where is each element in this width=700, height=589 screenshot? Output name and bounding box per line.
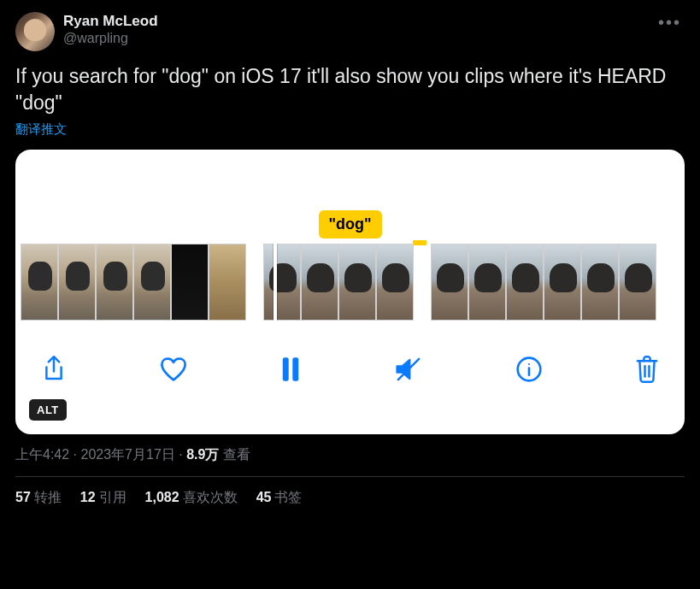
translate-link[interactable]: 翻译推文: [15, 121, 67, 138]
info-button[interactable]: [515, 356, 543, 383]
clip-thumbnail: [263, 244, 301, 321]
svg-point-4: [528, 363, 530, 365]
alt-badge[interactable]: ALT: [29, 399, 67, 421]
quotes-stat[interactable]: 12引用: [80, 489, 126, 507]
clip-thumbnail: [619, 244, 656, 321]
more-options-button[interactable]: •••: [655, 12, 685, 32]
playhead-tick: [413, 240, 426, 245]
media-attachment[interactable]: "dog": [15, 150, 685, 434]
clip-group-1: [21, 244, 246, 321]
views-count: 8.9万: [186, 447, 219, 462]
clip-thumbnail: [58, 244, 96, 321]
tweet-time[interactable]: 上午4:42: [15, 447, 69, 462]
playhead-indicator[interactable]: [274, 244, 277, 321]
delete-button[interactable]: [635, 356, 659, 383]
views-label: 查看: [223, 447, 250, 462]
share-button[interactable]: [41, 356, 67, 383]
pause-button[interactable]: [280, 356, 301, 382]
tweet-meta: 上午4:42 · 2023年7月17日 · 8.9万 查看: [15, 446, 685, 464]
clip-thumbnail: [431, 244, 468, 321]
mute-button[interactable]: [394, 356, 423, 382]
like-button[interactable]: [159, 356, 188, 382]
bookmarks-stat[interactable]: 45书签: [256, 489, 303, 507]
clip-thumbnail: [133, 244, 171, 321]
clip-thumbnail: [468, 244, 506, 321]
avatar[interactable]: [15, 12, 55, 51]
author-name: Ryan McLeod: [63, 12, 158, 30]
clip-group-2: [263, 244, 414, 321]
search-keyword-badge: "dog": [318, 210, 381, 239]
svg-rect-1: [293, 357, 299, 381]
volume-mute-icon: [394, 356, 423, 382]
heart-icon: [159, 356, 188, 382]
likes-stat[interactable]: 1,082喜欢次数: [145, 489, 238, 507]
retweets-stat[interactable]: 57转推: [15, 489, 62, 507]
tweet-text: If you search for "dog" on iOS 17 it'll …: [15, 63, 685, 116]
clip-thumbnail: [581, 244, 619, 321]
media-preview-top: "dog": [15, 150, 685, 244]
clip-thumbnail: [376, 244, 414, 321]
clip-thumbnail: [301, 244, 338, 321]
clip-thumbnail: [209, 244, 246, 321]
divider: [15, 476, 685, 477]
author-block[interactable]: Ryan McLeod @warpling: [63, 12, 158, 47]
media-toolbar: [15, 321, 685, 398]
pause-icon: [280, 356, 301, 382]
ellipsis-icon: •••: [658, 13, 681, 32]
trash-icon: [635, 356, 659, 383]
tweet-container: Ryan McLeod @warpling ••• If you search …: [0, 0, 700, 515]
clip-thumbnail: [96, 244, 133, 321]
tweet-stats: 57转推 12引用 1,082喜欢次数 45书签: [15, 489, 685, 507]
clip-thumbnail: [171, 244, 209, 321]
video-filmstrip[interactable]: [15, 244, 685, 321]
clip-thumbnail: [21, 244, 58, 321]
clip-thumbnail: [544, 244, 581, 321]
svg-rect-0: [283, 357, 289, 381]
share-icon: [41, 356, 67, 383]
author-handle: @warpling: [63, 30, 158, 47]
clip-group-3: [431, 244, 656, 321]
tweet-date[interactable]: 2023年7月17日: [80, 447, 174, 462]
info-icon: [515, 356, 543, 383]
clip-thumbnail: [338, 244, 376, 321]
tweet-header: Ryan McLeod @warpling •••: [15, 12, 685, 51]
clip-thumbnail: [506, 244, 544, 321]
